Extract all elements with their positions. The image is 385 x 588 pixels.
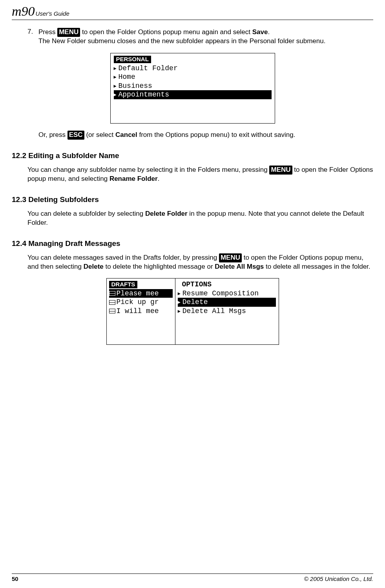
heading-12-4: 12.4 Managing Draft Messages xyxy=(12,239,373,248)
esc-key: ESC xyxy=(68,131,84,140)
options-title-text: OPTIONS xyxy=(182,280,212,288)
s124-pre: You can delete messages saved in the Dra… xyxy=(27,254,219,261)
s122-rename: Rename Folder xyxy=(109,175,158,182)
s122-pre: You can change any subfolder name by sel… xyxy=(27,166,269,173)
paragraph-12-2: You can change any subfolder name by sel… xyxy=(27,166,373,184)
step-7: 7. Press MENU to open the Folder Options… xyxy=(27,28,373,46)
guide-title: User's Guide xyxy=(36,10,69,17)
heading-12-2: 12.2 Editing a Subfolder Name xyxy=(12,151,373,160)
drafts-item-1: Please mee xyxy=(109,289,173,298)
personal-item-home: Home xyxy=(114,73,272,82)
menu-key-2: MENU xyxy=(269,166,292,175)
options-item-resume: Resume Composition xyxy=(178,289,276,298)
personal-screen-title: PERSONAL xyxy=(114,56,151,63)
s124-post: to delete all messages in the folder. xyxy=(264,263,370,270)
options-item-delete-all: Delete All Msgs xyxy=(178,307,276,316)
s123-delete-folder: Delete Folder xyxy=(145,210,188,217)
mail-icon xyxy=(109,309,115,313)
drafts-pane: DRAFTS Please mee Pick up gr I will mee xyxy=(107,279,175,344)
drafts-item-2-text: Pick up gr xyxy=(117,298,159,306)
personal-screen: PERSONAL Default Folder Home Business Ap… xyxy=(110,53,275,124)
or-esc-paragraph: Or, press ESC (or select Cancel from the… xyxy=(38,131,373,140)
step-7-tail: . xyxy=(268,28,270,36)
page-footer: 50 © 2005 Unication Co., Ltd. xyxy=(12,573,373,582)
or-mid: (or select xyxy=(84,131,115,138)
menu-key: MENU xyxy=(57,28,80,37)
mail-icon xyxy=(109,300,115,305)
step-7-save: Save xyxy=(252,28,268,36)
s124-delete-all: Delete All Msgs xyxy=(215,263,264,270)
step-7-post: to open the Folder Options popup menu ag… xyxy=(80,28,252,36)
step-7-number: 7. xyxy=(27,28,38,36)
options-pane: OPTIONS Resume Composition Delete Delete… xyxy=(175,279,279,344)
drafts-item-2: Pick up gr xyxy=(109,298,173,307)
personal-item-business: Business xyxy=(114,82,272,91)
or-pre: Or, press xyxy=(38,131,68,138)
or-post: from the Options popup menu) to exit wit… xyxy=(137,131,296,138)
drafts-options-screen: DRAFTS Please mee Pick up gr I will mee … xyxy=(106,278,279,345)
page-header: m90 User's Guide xyxy=(12,4,373,20)
copyright: © 2005 Unication Co., Ltd. xyxy=(304,575,373,582)
step-7-text: Press MENU to open the Folder Options po… xyxy=(38,28,325,46)
s124-delete: Delete xyxy=(84,263,104,270)
paragraph-12-4: You can delete messages saved in the Dra… xyxy=(27,253,373,271)
step-7-line2: The New Folder submenu closes and the ne… xyxy=(38,37,325,45)
personal-item-default: Default Folder xyxy=(114,64,272,73)
options-item-delete: Delete xyxy=(178,298,276,307)
drafts-item-3-text: I will mee xyxy=(117,307,159,315)
menu-key-3: MENU xyxy=(219,253,242,262)
logo: m90 xyxy=(12,4,35,19)
drafts-title: DRAFTS xyxy=(109,281,138,288)
paragraph-12-3: You can delete a subfolder by selecting … xyxy=(27,209,373,228)
heading-12-3: 12.3 Deleting Subfolders xyxy=(12,195,373,204)
s124-mid2: to delete the highlighted message or xyxy=(104,263,215,270)
s122-post: . xyxy=(158,175,160,182)
s123-pre: You can delete a subfolder by selecting xyxy=(27,210,145,217)
drafts-item-3: I will mee xyxy=(109,307,173,316)
step-7-pre: Press xyxy=(38,28,57,36)
options-title: OPTIONS xyxy=(178,280,276,289)
page-number: 50 xyxy=(12,575,18,582)
or-cancel: Cancel xyxy=(115,131,137,138)
personal-item-appointments: Appointments xyxy=(114,90,272,99)
mail-icon xyxy=(109,291,115,296)
drafts-item-1-text: Please mee xyxy=(117,289,159,297)
